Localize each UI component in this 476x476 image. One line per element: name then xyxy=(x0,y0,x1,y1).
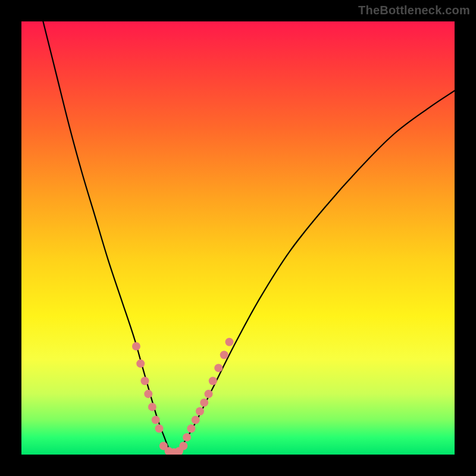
data-marker xyxy=(225,338,233,346)
data-marker xyxy=(200,399,208,407)
bottleneck-curve xyxy=(43,21,455,455)
watermark-text: TheBottleneck.com xyxy=(358,4,470,17)
data-marker xyxy=(209,377,217,385)
data-marker xyxy=(152,416,160,424)
data-marker xyxy=(196,407,204,415)
chart-frame: TheBottleneck.com xyxy=(0,0,476,476)
data-marker xyxy=(187,424,195,433)
data-marker xyxy=(155,424,164,433)
chart-svg xyxy=(21,21,455,455)
data-marker xyxy=(192,416,200,424)
curve-layer xyxy=(43,21,455,455)
data-marker xyxy=(205,390,213,398)
data-marker xyxy=(214,364,223,372)
data-marker xyxy=(136,359,145,368)
data-marker xyxy=(140,377,149,385)
data-marker xyxy=(179,441,187,450)
data-marker xyxy=(148,403,156,411)
data-marker xyxy=(144,390,152,398)
marker-layer xyxy=(132,338,234,455)
data-marker xyxy=(183,433,191,441)
data-marker xyxy=(132,342,140,350)
plot-area xyxy=(21,21,455,455)
data-marker xyxy=(220,351,228,359)
